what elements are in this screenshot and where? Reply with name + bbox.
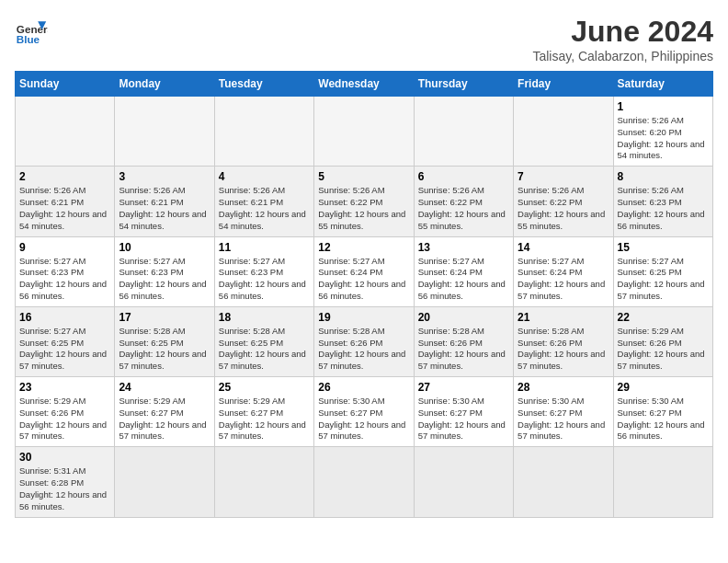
calendar-cell: 4Sunrise: 5:26 AMSunset: 6:21 PMDaylight… — [214, 167, 313, 236]
cell-info: Sunrise: 5:30 AMSunset: 6:27 PMDaylight:… — [518, 396, 609, 442]
calendar-cell: 30Sunrise: 5:31 AMSunset: 6:28 PMDayligh… — [16, 447, 115, 517]
calendar-cell: 22Sunrise: 5:29 AMSunset: 6:26 PMDayligh… — [613, 306, 712, 376]
day-number: 13 — [418, 241, 509, 254]
calendar-cell: 17Sunrise: 5:28 AMSunset: 6:25 PMDayligh… — [115, 306, 214, 376]
day-number: 1 — [618, 100, 709, 113]
calendar-cell — [414, 97, 513, 167]
calendar-cell — [613, 447, 712, 517]
day-number: 3 — [119, 170, 210, 183]
cell-info: Sunrise: 5:27 AMSunset: 6:23 PMDaylight:… — [219, 256, 310, 303]
weekday-header-thursday: Thursday — [414, 72, 513, 97]
calendar-row-4: 23Sunrise: 5:29 AMSunset: 6:26 PMDayligh… — [16, 377, 713, 447]
cell-info: Sunrise: 5:30 AMSunset: 6:27 PMDaylight:… — [418, 396, 509, 442]
calendar-cell: 14Sunrise: 5:27 AMSunset: 6:24 PMDayligh… — [514, 236, 613, 306]
day-number: 5 — [318, 170, 409, 183]
calendar-cell: 12Sunrise: 5:27 AMSunset: 6:24 PMDayligh… — [314, 236, 414, 306]
calendar-row-1: 2Sunrise: 5:26 AMSunset: 6:21 PMDaylight… — [16, 167, 713, 236]
day-number: 8 — [618, 170, 709, 183]
calendar-cell: 28Sunrise: 5:30 AMSunset: 6:27 PMDayligh… — [514, 377, 613, 447]
calendar-cell — [514, 447, 613, 517]
svg-text:Blue: Blue — [17, 33, 40, 45]
day-number: 25 — [219, 381, 310, 394]
cell-info: Sunrise: 5:26 AMSunset: 6:20 PMDaylight:… — [618, 115, 709, 162]
calendar-cell: 23Sunrise: 5:29 AMSunset: 6:26 PMDayligh… — [16, 377, 115, 447]
calendar-cell: 20Sunrise: 5:28 AMSunset: 6:26 PMDayligh… — [414, 306, 513, 376]
calendar-cell: 8Sunrise: 5:26 AMSunset: 6:23 PMDaylight… — [613, 167, 712, 236]
calendar-cell: 26Sunrise: 5:30 AMSunset: 6:27 PMDayligh… — [314, 377, 414, 447]
calendar-row-3: 16Sunrise: 5:27 AMSunset: 6:25 PMDayligh… — [16, 306, 713, 376]
calendar-cell: 21Sunrise: 5:28 AMSunset: 6:26 PMDayligh… — [514, 306, 613, 376]
calendar-cell: 11Sunrise: 5:27 AMSunset: 6:23 PMDayligh… — [214, 236, 313, 306]
day-number: 24 — [119, 381, 210, 394]
calendar-row-2: 9Sunrise: 5:27 AMSunset: 6:23 PMDaylight… — [16, 236, 713, 306]
day-number: 23 — [19, 381, 110, 394]
cell-info: Sunrise: 5:26 AMSunset: 6:22 PMDaylight:… — [518, 185, 609, 232]
cell-info: Sunrise: 5:29 AMSunset: 6:26 PMDaylight:… — [19, 396, 110, 442]
calendar-row-0: 1Sunrise: 5:26 AMSunset: 6:20 PMDaylight… — [16, 97, 713, 167]
calendar-cell: 3Sunrise: 5:26 AMSunset: 6:21 PMDaylight… — [115, 167, 214, 236]
calendar-cell — [115, 97, 214, 167]
calendar-cell — [514, 97, 613, 167]
cell-info: Sunrise: 5:27 AMSunset: 6:25 PMDaylight:… — [618, 256, 709, 303]
day-number: 20 — [418, 311, 509, 324]
day-number: 6 — [418, 170, 509, 183]
day-number: 19 — [318, 311, 409, 324]
day-number: 9 — [19, 241, 110, 254]
weekday-header-sunday: Sunday — [16, 72, 115, 97]
calendar-cell — [314, 447, 414, 517]
day-number: 26 — [318, 381, 409, 394]
day-number: 12 — [318, 241, 409, 254]
weekday-header-monday: Monday — [115, 72, 214, 97]
calendar-cell: 1Sunrise: 5:26 AMSunset: 6:20 PMDaylight… — [613, 97, 712, 167]
day-number: 10 — [119, 241, 210, 254]
cell-info: Sunrise: 5:29 AMSunset: 6:27 PMDaylight:… — [219, 396, 310, 442]
cell-info: Sunrise: 5:31 AMSunset: 6:28 PMDaylight:… — [19, 465, 110, 512]
day-number: 4 — [219, 170, 310, 183]
calendar-cell: 9Sunrise: 5:27 AMSunset: 6:23 PMDaylight… — [16, 236, 115, 306]
cell-info: Sunrise: 5:27 AMSunset: 6:24 PMDaylight:… — [418, 256, 509, 303]
cell-info: Sunrise: 5:29 AMSunset: 6:26 PMDaylight:… — [618, 326, 709, 373]
header: General Blue June 2024 Talisay, Calabarz… — [15, 15, 713, 63]
calendar-cell: 15Sunrise: 5:27 AMSunset: 6:25 PMDayligh… — [613, 236, 712, 306]
cell-info: Sunrise: 5:27 AMSunset: 6:24 PMDaylight:… — [318, 256, 409, 303]
calendar-cell: 5Sunrise: 5:26 AMSunset: 6:22 PMDaylight… — [314, 167, 414, 236]
logo: General Blue — [15, 15, 48, 48]
cell-info: Sunrise: 5:26 AMSunset: 6:21 PMDaylight:… — [119, 185, 210, 232]
cell-info: Sunrise: 5:26 AMSunset: 6:22 PMDaylight:… — [418, 185, 509, 232]
day-number: 17 — [119, 311, 210, 324]
cell-info: Sunrise: 5:28 AMSunset: 6:26 PMDaylight:… — [518, 326, 609, 373]
cell-info: Sunrise: 5:26 AMSunset: 6:21 PMDaylight:… — [19, 185, 110, 232]
cell-info: Sunrise: 5:27 AMSunset: 6:23 PMDaylight:… — [19, 256, 110, 303]
calendar-cell: 27Sunrise: 5:30 AMSunset: 6:27 PMDayligh… — [414, 377, 513, 447]
calendar-cell: 25Sunrise: 5:29 AMSunset: 6:27 PMDayligh… — [214, 377, 313, 447]
weekday-header-tuesday: Tuesday — [214, 72, 313, 97]
day-number: 30 — [19, 451, 110, 464]
calendar-cell: 19Sunrise: 5:28 AMSunset: 6:26 PMDayligh… — [314, 306, 414, 376]
calendar-cell: 24Sunrise: 5:29 AMSunset: 6:27 PMDayligh… — [115, 377, 214, 447]
day-number: 29 — [618, 381, 709, 394]
weekday-header-saturday: Saturday — [613, 72, 712, 97]
calendar-cell: 29Sunrise: 5:30 AMSunset: 6:27 PMDayligh… — [613, 377, 712, 447]
calendar-cell: 2Sunrise: 5:26 AMSunset: 6:21 PMDaylight… — [16, 167, 115, 236]
day-number: 27 — [418, 381, 509, 394]
calendar-cell — [214, 97, 313, 167]
calendar-cell — [16, 97, 115, 167]
cell-info: Sunrise: 5:28 AMSunset: 6:26 PMDaylight:… — [318, 326, 409, 373]
weekday-header-wednesday: Wednesday — [314, 72, 414, 97]
day-number: 18 — [219, 311, 310, 324]
cell-info: Sunrise: 5:26 AMSunset: 6:22 PMDaylight:… — [318, 185, 409, 232]
cell-info: Sunrise: 5:29 AMSunset: 6:27 PMDaylight:… — [119, 396, 210, 442]
calendar-cell — [414, 447, 513, 517]
calendar-cell: 18Sunrise: 5:28 AMSunset: 6:25 PMDayligh… — [214, 306, 313, 376]
cell-info: Sunrise: 5:26 AMSunset: 6:21 PMDaylight:… — [219, 185, 310, 232]
calendar-cell — [314, 97, 414, 167]
generalblue-logo-icon: General Blue — [15, 15, 48, 48]
cell-info: Sunrise: 5:28 AMSunset: 6:26 PMDaylight:… — [418, 326, 509, 373]
cell-info: Sunrise: 5:27 AMSunset: 6:24 PMDaylight:… — [518, 256, 609, 303]
calendar-cell: 7Sunrise: 5:26 AMSunset: 6:22 PMDaylight… — [514, 167, 613, 236]
calendar-cell: 13Sunrise: 5:27 AMSunset: 6:24 PMDayligh… — [414, 236, 513, 306]
calendar-cell — [214, 447, 313, 517]
day-number: 21 — [518, 311, 609, 324]
calendar-table: SundayMondayTuesdayWednesdayThursdayFrid… — [15, 71, 713, 518]
day-number: 14 — [518, 241, 609, 254]
